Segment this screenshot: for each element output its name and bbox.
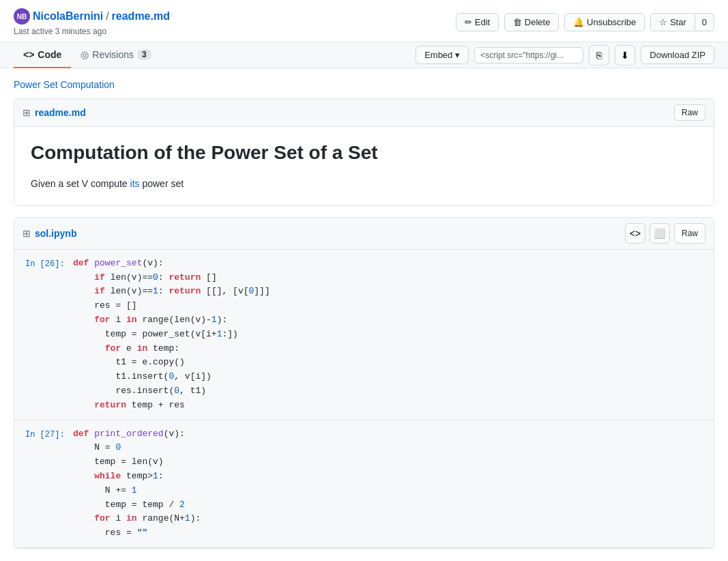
embed-button[interactable]: Embed ▾ xyxy=(416,46,469,64)
code-view-icon-button[interactable]: <> xyxy=(625,223,645,244)
tabs-right: Embed ▾ ⎘ ⬇ Download ZIP xyxy=(416,45,714,66)
file-body-readme: Computation of the Power Set of a Set Gi… xyxy=(14,127,714,205)
file-name-sol[interactable]: sol.ipynb xyxy=(35,228,76,239)
file-header-sol: ⊞ sol.ipynb <> ⬜ Raw xyxy=(14,218,714,250)
revisions-count-badge: 3 xyxy=(137,49,151,60)
tabs-left: <> Code ◎ Revisions 3 xyxy=(14,42,161,68)
md-heading: Computation of the Power Set of a Set xyxy=(31,141,697,165)
edit-button[interactable]: ✏ Edit xyxy=(456,13,499,31)
cell-code-2: def print_ordered(v): N = 0 temp = len(v… xyxy=(73,427,703,541)
tabs-bar: <> Code ◎ Revisions 3 Embed ▾ ⎘ ⬇ Downlo… xyxy=(0,42,728,68)
cell-code-1: def power_set(v): if len(v)==0: return [… xyxy=(73,257,703,413)
notebook-body: In [26]: def power_set(v): if len(v)==0:… xyxy=(14,250,714,548)
file-actions-readme: Raw xyxy=(674,104,705,121)
raw-button-readme[interactable]: Raw xyxy=(674,104,705,121)
cell-label-2: In [27]: xyxy=(25,427,73,442)
breadcrumb-username[interactable]: NicolaBernini xyxy=(33,10,103,23)
file-block-readme: ⊞ readme.md Raw Computation of the Power… xyxy=(14,98,714,206)
breadcrumb-file[interactable]: readme.md xyxy=(112,10,170,23)
notebook-cell-2: In [27]: def print_ordered(v): N = 0 tem… xyxy=(14,420,714,548)
breadcrumb-sep: / xyxy=(106,10,108,23)
file-icon-readme: ⊞ xyxy=(23,107,31,118)
download-icon: ⬇ xyxy=(621,50,629,61)
page-header: NB NicolaBernini / readme.md Last active… xyxy=(0,0,728,42)
cell-label-1: In [26]: xyxy=(25,257,73,271)
md-paragraph-text2: power set xyxy=(140,178,184,189)
star-group: ☆ Star 0 xyxy=(650,13,714,31)
code-view-icon: <> xyxy=(630,228,641,239)
file-icon-sol: ⊞ xyxy=(23,228,31,239)
file-name-readme[interactable]: readme.md xyxy=(35,107,86,118)
tab-revisions[interactable]: ◎ Revisions 3 xyxy=(71,42,160,68)
download-icon-button[interactable]: ⬇ xyxy=(615,45,635,66)
md-link-its[interactable]: its xyxy=(130,178,140,189)
file-name-area-sol: ⊞ sol.ipynb xyxy=(23,228,76,239)
code-tab-label: Code xyxy=(38,49,61,60)
header-actions: ✏ Edit 🗑 Delete 🔔 Unsubscribe ☆ Star 0 xyxy=(456,13,714,31)
delete-button[interactable]: 🗑 Delete xyxy=(504,13,559,31)
header-left: NB NicolaBernini / readme.md Last active… xyxy=(14,8,170,36)
download-nb-icon-button[interactable]: ⬜ xyxy=(650,223,670,244)
unsubscribe-button[interactable]: 🔔 Unsubscribe xyxy=(564,13,645,31)
file-name-area-readme: ⊞ readme.md xyxy=(23,107,86,118)
copy-icon: ⎘ xyxy=(596,50,602,61)
embed-script-input[interactable] xyxy=(474,47,583,63)
avatar: NB xyxy=(14,8,30,25)
breadcrumb: NB NicolaBernini / readme.md xyxy=(14,8,170,25)
revisions-tab-icon: ◎ xyxy=(81,49,89,60)
copy-icon-button[interactable]: ⎘ xyxy=(589,45,609,66)
star-count: 0 xyxy=(695,13,714,31)
md-paragraph-text: Given a set V compute xyxy=(31,178,130,189)
download-zip-button[interactable]: Download ZIP xyxy=(641,46,714,64)
md-paragraph: Given a set V compute its power set xyxy=(31,176,697,191)
tab-code[interactable]: <> Code xyxy=(14,42,71,68)
raw-button-sol[interactable]: Raw xyxy=(674,223,705,244)
last-active-text: Last active 3 minutes ago xyxy=(14,27,170,36)
file-actions-sol: <> ⬜ Raw xyxy=(625,223,705,244)
file-header-readme: ⊞ readme.md Raw xyxy=(14,99,714,127)
download-nb-icon: ⬜ xyxy=(654,228,665,239)
page-content: Power Set Computation ⊞ readme.md Raw Co… xyxy=(0,68,728,561)
gist-title: Power Set Computation xyxy=(14,79,714,90)
code-tab-icon: <> xyxy=(23,49,34,60)
file-block-sol: ⊞ sol.ipynb <> ⬜ Raw In [26]: def power_… xyxy=(14,217,714,549)
notebook-cell-1: In [26]: def power_set(v): if len(v)==0:… xyxy=(14,250,714,420)
embed-chevron-icon: ▾ xyxy=(455,50,460,60)
revisions-tab-label: Revisions xyxy=(92,49,134,60)
star-button[interactable]: ☆ Star xyxy=(650,13,695,31)
embed-label: Embed xyxy=(424,50,452,60)
